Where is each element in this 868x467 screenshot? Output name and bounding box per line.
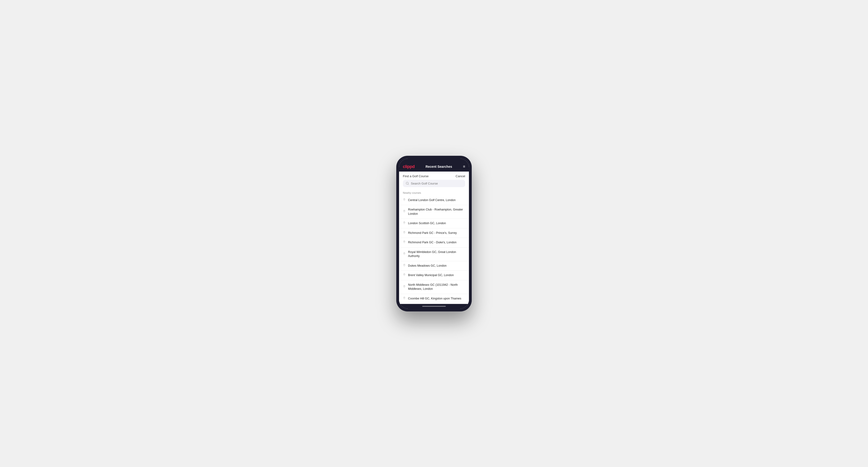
list-item[interactable]: Brent Valley Municipal GC, London: [399, 271, 469, 280]
nav-title: Recent Searches: [426, 165, 452, 168]
course-name: North Middlesex GC (1011942 - North Midd…: [408, 283, 465, 291]
find-label: Find a Golf Course: [403, 175, 429, 178]
phone-screen: clippd Recent Searches ≡ Find a Golf Cou…: [399, 159, 469, 309]
home-indicator: [399, 304, 469, 309]
location-pin-icon: [403, 252, 406, 256]
svg-point-6: [404, 241, 405, 242]
svg-point-2: [404, 199, 405, 199]
location-pin-icon: [403, 273, 406, 277]
course-list: Central London Golf Centre, LondonRoeham…: [399, 196, 469, 304]
home-bar: [422, 306, 446, 307]
list-item[interactable]: Coombe Hill GC, Kingston upon Thames: [399, 294, 469, 304]
status-bar: [399, 159, 469, 162]
app-logo: clippd: [403, 164, 415, 169]
list-item[interactable]: Royal Wimbledon GC, Great London Authori…: [399, 248, 469, 261]
svg-point-8: [404, 264, 405, 265]
course-name: Royal Wimbledon GC, Great London Authori…: [408, 250, 465, 258]
list-item[interactable]: Richmond Park GC - Prince's, Surrey: [399, 228, 469, 238]
svg-point-10: [404, 286, 405, 286]
svg-point-4: [404, 222, 405, 223]
list-item[interactable]: Roehampton Club - Roehampton, Greater Lo…: [399, 205, 469, 219]
search-bar: [403, 180, 465, 187]
search-bar-wrapper: [399, 180, 469, 189]
nav-bar: clippd Recent Searches ≡: [399, 162, 469, 172]
list-item[interactable]: London Scottish GC, London: [399, 219, 469, 228]
location-pin-icon: [403, 221, 406, 225]
course-name: London Scottish GC, London: [408, 221, 446, 226]
course-name: Dukes Meadows GC, London: [408, 264, 446, 268]
list-item[interactable]: Central London Golf Centre, London: [399, 196, 469, 205]
course-name: Central London Golf Centre, London: [408, 198, 456, 203]
location-pin-icon: [403, 264, 406, 268]
svg-point-7: [404, 253, 405, 254]
menu-icon[interactable]: ≡: [463, 164, 465, 169]
location-pin-icon: [403, 297, 406, 301]
course-name: Roehampton Club - Roehampton, Greater Lo…: [408, 208, 465, 216]
svg-point-3: [404, 211, 405, 211]
course-name: Brent Valley Municipal GC, London: [408, 273, 454, 278]
course-name: Richmond Park GC - Duke's, London: [408, 241, 457, 245]
search-input[interactable]: [411, 182, 462, 185]
location-pin-icon: [403, 231, 406, 235]
list-item[interactable]: Richmond Park GC - Duke's, London: [399, 238, 469, 248]
course-name: Coombe Hill GC, Kingston upon Thames: [408, 297, 461, 301]
content-area: Find a Golf Course Cancel Nearby courses…: [399, 172, 469, 304]
nearby-section: Nearby courses Central London Golf Centr…: [399, 189, 469, 304]
course-name: Richmond Park GC - Prince's, Surrey: [408, 231, 457, 235]
svg-point-5: [404, 232, 405, 232]
phone-frame: clippd Recent Searches ≡ Find a Golf Cou…: [396, 156, 472, 311]
svg-point-9: [404, 274, 405, 275]
find-header: Find a Golf Course Cancel: [399, 172, 469, 180]
svg-line-1: [408, 184, 409, 185]
svg-point-11: [404, 297, 405, 298]
search-icon: [406, 182, 409, 185]
location-pin-icon: [403, 198, 406, 202]
list-item[interactable]: North Middlesex GC (1011942 - North Midd…: [399, 280, 469, 294]
list-item[interactable]: Dukes Meadows GC, London: [399, 261, 469, 271]
nearby-label: Nearby courses: [399, 189, 469, 196]
location-pin-icon: [403, 210, 406, 214]
location-pin-icon: [403, 285, 406, 289]
location-pin-icon: [403, 241, 406, 245]
cancel-button[interactable]: Cancel: [456, 175, 465, 178]
